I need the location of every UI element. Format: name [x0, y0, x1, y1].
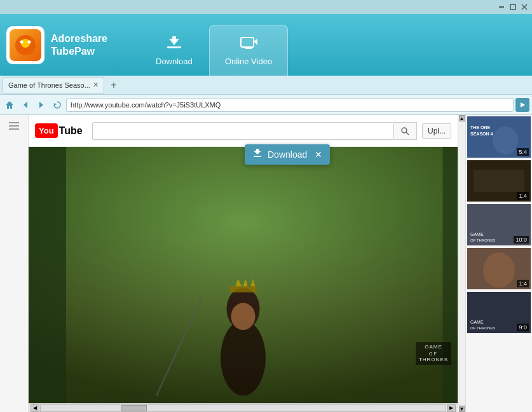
- youtube-logo: You Tube: [35, 123, 83, 138]
- svg-point-8: [28, 40, 31, 43]
- list-item[interactable]: 1:4: [466, 159, 532, 203]
- svg-rect-27: [256, 149, 259, 153]
- right-thumbnails-panel: THE ONE SEASON 4 5:4 1:4 GAME: [465, 115, 532, 412]
- thumbnail-image: 1:4: [467, 160, 531, 202]
- app-header: Adoreshare TubePaw Download Onli: [0, 14, 532, 76]
- svg-rect-21: [9, 125, 19, 127]
- svg-point-46: [493, 127, 518, 154]
- video-scene: GAME OF THRONES: [29, 147, 458, 403]
- svg-line-24: [406, 132, 409, 135]
- tab-download[interactable]: Download: [139, 25, 209, 76]
- download-popup-icon: [252, 148, 263, 161]
- svg-rect-11: [172, 36, 176, 41]
- address-bar-row: [0, 95, 532, 115]
- new-tab-button[interactable]: +: [107, 78, 121, 92]
- youtube-toolbar: You Tube Upl...: [29, 115, 458, 147]
- youtube-logo-box: You: [35, 123, 58, 138]
- svg-point-29: [221, 320, 266, 396]
- svg-marker-17: [39, 102, 43, 108]
- svg-text:SEASON 4: SEASON 4: [470, 132, 493, 136]
- svg-rect-25: [254, 156, 261, 157]
- thumbnail-duration: 9:0: [517, 324, 529, 331]
- svg-marker-15: [6, 101, 13, 109]
- bottom-scrollbar: ◀ ▶: [29, 403, 458, 412]
- home-button[interactable]: [3, 98, 17, 112]
- browser-content: You Tube Upl... Download ✕: [0, 115, 532, 412]
- tab-online-video[interactable]: Online Video: [209, 25, 288, 76]
- app-title-line1: Adoreshare: [51, 32, 107, 45]
- thumbnail-image: GAME OF THRONES 9:0: [467, 292, 531, 333]
- scrollbar-track[interactable]: ▲ ▼: [458, 115, 465, 412]
- app-title-area: Adoreshare TubePaw: [51, 32, 107, 57]
- app-title-line2: TubePaw: [51, 45, 107, 57]
- thumbnail-duration: 10:0: [514, 236, 529, 244]
- list-item[interactable]: 1:4: [466, 247, 532, 291]
- svg-text:THE ONE: THE ONE: [470, 125, 490, 130]
- download-popup-label: Download: [268, 149, 307, 160]
- thumbnail-duration: 1:4: [517, 192, 529, 200]
- scroll-down-button[interactable]: ▼: [459, 406, 465, 412]
- svg-point-53: [483, 252, 515, 288]
- minimize-button[interactable]: [496, 3, 507, 11]
- scroll-thumb: [121, 405, 147, 411]
- browser-tab-title: Game of Thrones Seaso...: [8, 81, 90, 89]
- svg-point-36: [231, 303, 256, 330]
- svg-rect-9: [167, 46, 181, 48]
- thumbnail-image: 1:4: [467, 248, 531, 289]
- svg-rect-22: [9, 128, 19, 130]
- close-button[interactable]: [519, 3, 529, 11]
- thumbnail-duration: 1:4: [517, 280, 529, 287]
- svg-rect-20: [9, 122, 19, 123]
- tab-download-label: Download: [156, 57, 193, 66]
- browser-main: You Tube Upl... Download ✕: [29, 115, 458, 412]
- video-player[interactable]: GAME OF THRONES 00:17 / 14:30: [29, 147, 458, 403]
- online-video-tab-icon: [240, 35, 257, 54]
- scroll-track[interactable]: [40, 404, 446, 412]
- app-logo: [6, 26, 44, 64]
- browser-tabs-bar: Game of Thrones Seaso... ✕ +: [0, 76, 532, 95]
- address-input[interactable]: [66, 98, 514, 112]
- app-logo-icon: [10, 29, 41, 61]
- svg-text:GAME: GAME: [470, 232, 484, 237]
- youtube-upload-button[interactable]: Upl...: [422, 123, 451, 139]
- video-area: GAME OF THRONES 00:17 / 14:30: [29, 147, 458, 403]
- back-button[interactable]: [18, 98, 32, 112]
- list-item[interactable]: GAME OF THRONES 10:0: [466, 203, 532, 247]
- svg-rect-37: [29, 147, 66, 403]
- svg-marker-19: [521, 102, 525, 107]
- scroll-right-button[interactable]: ▶: [447, 404, 456, 412]
- left-sidebar: [0, 115, 29, 412]
- svg-rect-48: [474, 170, 524, 192]
- scroll-up-button[interactable]: ▲: [459, 115, 465, 121]
- download-popup: Download ✕: [245, 144, 330, 165]
- svg-text:OF THRONES: OF THRONES: [470, 238, 495, 242]
- browser-tab-close-icon[interactable]: ✕: [93, 81, 99, 89]
- window-controls: [496, 3, 529, 11]
- go-button[interactable]: [515, 98, 529, 112]
- svg-point-7: [20, 40, 24, 43]
- got-watermark: GAME OF THRONES: [416, 342, 451, 365]
- maximize-button[interactable]: [508, 3, 518, 11]
- svg-rect-12: [241, 38, 254, 47]
- list-item[interactable]: THE ONE SEASON 4 5:4: [466, 115, 532, 159]
- youtube-search-button[interactable]: [394, 122, 417, 140]
- svg-rect-14: [245, 48, 252, 49]
- svg-marker-18: [54, 103, 57, 106]
- svg-rect-0: [499, 6, 504, 8]
- forward-button[interactable]: [34, 98, 48, 112]
- svg-text:OF THRONES: OF THRONES: [470, 326, 495, 330]
- list-item[interactable]: GAME OF THRONES 9:0: [466, 291, 532, 334]
- download-tab-icon: [165, 35, 183, 54]
- download-popup-close-button[interactable]: ✕: [315, 149, 322, 160]
- thumbnail-image: GAME OF THRONES 10:0: [467, 204, 531, 245]
- menu-icon[interactable]: [9, 121, 19, 132]
- scroll-left-button[interactable]: ◀: [31, 404, 39, 412]
- svg-rect-31: [229, 286, 257, 292]
- browser-tab[interactable]: Game of Thrones Seaso... ✕: [3, 77, 104, 93]
- youtube-search-input[interactable]: [92, 122, 394, 140]
- thumbnail-duration: 5:4: [517, 148, 529, 156]
- svg-marker-16: [24, 102, 27, 108]
- refresh-button[interactable]: [50, 98, 64, 112]
- thumbnail-image: THE ONE SEASON 4 5:4: [467, 116, 531, 158]
- svg-point-23: [402, 128, 407, 133]
